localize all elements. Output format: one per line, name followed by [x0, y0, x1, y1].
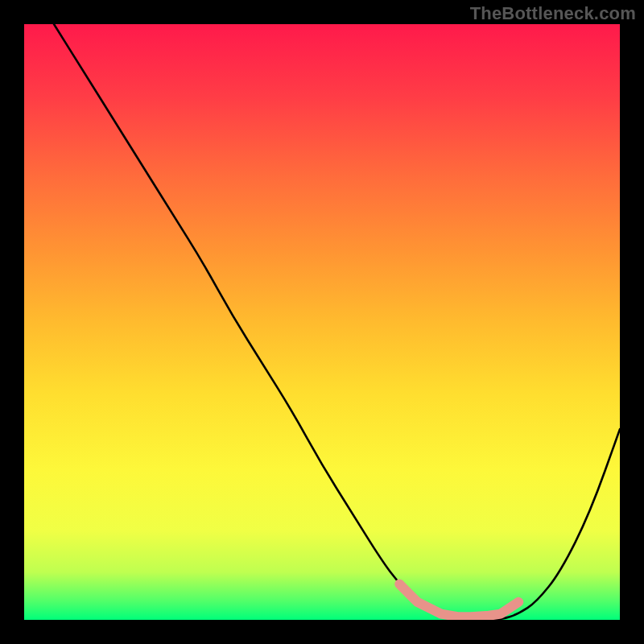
watermark-label: TheBottleneck.com [470, 3, 636, 24]
chart-frame: TheBottleneck.com [0, 0, 644, 644]
plateau-marker [399, 584, 518, 617]
chart-svg [24, 24, 620, 620]
plot-area [24, 24, 620, 620]
main-curve [54, 24, 620, 620]
